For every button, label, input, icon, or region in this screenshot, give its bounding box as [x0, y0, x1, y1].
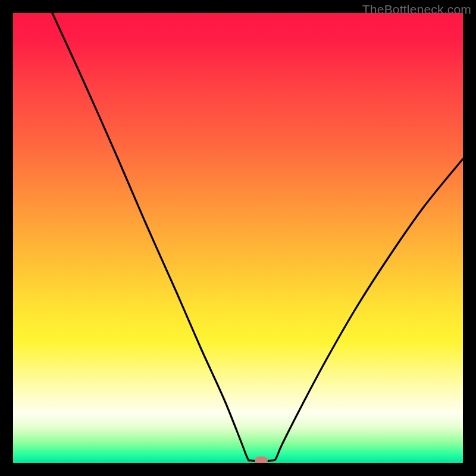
chart-frame: TheBottleneck.com	[0, 0, 476, 476]
optimal-marker	[255, 457, 268, 464]
plot-area	[13, 13, 463, 463]
bottleneck-curve	[13, 13, 463, 463]
